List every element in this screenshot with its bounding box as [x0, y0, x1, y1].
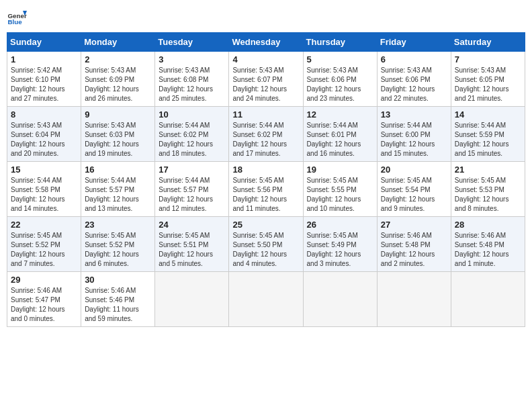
cell-info: Sunrise: 5:43 AM Sunset: 6:06 PM Dayligh…	[307, 66, 373, 103]
cell-info: Sunrise: 5:45 AM Sunset: 5:50 PM Dayligh…	[232, 231, 299, 269]
cell-info: Sunrise: 5:45 AM Sunset: 5:49 PM Dayligh…	[307, 231, 373, 269]
cell-info: Sunrise: 5:45 AM Sunset: 5:51 PM Dayligh…	[159, 231, 225, 269]
week-row-5: 29Sunrise: 5:46 AM Sunset: 5:47 PM Dayli…	[7, 272, 525, 327]
calendar-cell: 27Sunrise: 5:46 AM Sunset: 5:48 PM Dayli…	[377, 217, 451, 272]
calendar-cell: 29Sunrise: 5:46 AM Sunset: 5:47 PM Dayli…	[7, 272, 81, 327]
logo: General Blue	[7, 7, 27, 27]
day-number: 4	[232, 54, 299, 64]
calendar-cell: 14Sunrise: 5:44 AM Sunset: 5:59 PM Dayli…	[451, 107, 525, 162]
calendar-cell: 3Sunrise: 5:43 AM Sunset: 6:08 PM Daylig…	[155, 52, 229, 107]
col-header-monday: Monday	[81, 33, 155, 52]
day-number: 18	[232, 165, 299, 175]
day-number: 10	[159, 109, 225, 120]
day-number: 29	[11, 275, 77, 285]
col-header-tuesday: Tuesday	[155, 33, 229, 52]
calendar-cell	[229, 272, 303, 327]
calendar-cell: 25Sunrise: 5:45 AM Sunset: 5:50 PM Dayli…	[229, 217, 303, 272]
col-header-thursday: Thursday	[303, 33, 377, 52]
day-number: 9	[85, 109, 151, 120]
day-number: 1	[11, 54, 77, 64]
week-row-4: 22Sunrise: 5:45 AM Sunset: 5:52 PM Dayli…	[7, 217, 525, 272]
day-number: 17	[159, 165, 225, 175]
col-header-sunday: Sunday	[7, 33, 81, 52]
day-number: 30	[85, 275, 151, 285]
calendar-cell: 20Sunrise: 5:45 AM Sunset: 5:54 PM Dayli…	[377, 162, 451, 217]
cell-info: Sunrise: 5:44 AM Sunset: 6:02 PM Dayligh…	[159, 121, 225, 158]
calendar-cell: 19Sunrise: 5:45 AM Sunset: 5:55 PM Dayli…	[303, 162, 377, 217]
day-number: 8	[11, 109, 77, 120]
cell-info: Sunrise: 5:46 AM Sunset: 5:48 PM Dayligh…	[381, 231, 447, 269]
header: General Blue	[7, 7, 525, 27]
day-number: 12	[307, 109, 373, 120]
calendar-cell: 26Sunrise: 5:45 AM Sunset: 5:49 PM Dayli…	[303, 217, 377, 272]
calendar-cell	[303, 272, 377, 327]
col-header-saturday: Saturday	[451, 33, 525, 52]
calendar-cell: 4Sunrise: 5:43 AM Sunset: 6:07 PM Daylig…	[229, 52, 303, 107]
day-number: 25	[232, 220, 299, 230]
day-number: 26	[307, 220, 373, 230]
calendar-cell: 15Sunrise: 5:44 AM Sunset: 5:58 PM Dayli…	[7, 162, 81, 217]
calendar-cell	[377, 272, 451, 327]
calendar-cell: 7Sunrise: 5:43 AM Sunset: 6:05 PM Daylig…	[451, 52, 525, 107]
calendar-cell: 9Sunrise: 5:43 AM Sunset: 6:03 PM Daylig…	[81, 107, 155, 162]
day-number: 24	[159, 220, 225, 230]
day-number: 5	[307, 54, 373, 64]
cell-info: Sunrise: 5:45 AM Sunset: 5:55 PM Dayligh…	[307, 176, 373, 214]
cell-info: Sunrise: 5:46 AM Sunset: 5:47 PM Dayligh…	[11, 286, 77, 324]
calendar-cell: 2Sunrise: 5:43 AM Sunset: 6:09 PM Daylig…	[81, 52, 155, 107]
day-number: 13	[381, 109, 447, 120]
day-number: 7	[455, 54, 521, 64]
calendar-cell: 8Sunrise: 5:43 AM Sunset: 6:04 PM Daylig…	[7, 107, 81, 162]
cell-info: Sunrise: 5:43 AM Sunset: 6:03 PM Dayligh…	[85, 121, 151, 158]
week-row-1: 1Sunrise: 5:42 AM Sunset: 6:10 PM Daylig…	[7, 52, 525, 107]
day-number: 15	[11, 165, 77, 175]
col-header-friday: Friday	[377, 33, 451, 52]
cell-info: Sunrise: 5:45 AM Sunset: 5:52 PM Dayligh…	[11, 231, 77, 269]
cell-info: Sunrise: 5:43 AM Sunset: 6:07 PM Dayligh…	[232, 66, 299, 103]
week-row-2: 8Sunrise: 5:43 AM Sunset: 6:04 PM Daylig…	[7, 107, 525, 162]
calendar-cell: 10Sunrise: 5:44 AM Sunset: 6:02 PM Dayli…	[155, 107, 229, 162]
calendar-cell: 24Sunrise: 5:45 AM Sunset: 5:51 PM Dayli…	[155, 217, 229, 272]
calendar-cell: 21Sunrise: 5:45 AM Sunset: 5:53 PM Dayli…	[451, 162, 525, 217]
calendar-cell: 18Sunrise: 5:45 AM Sunset: 5:56 PM Dayli…	[229, 162, 303, 217]
day-number: 27	[381, 220, 447, 230]
logo-icon: General Blue	[7, 7, 27, 27]
day-number: 2	[85, 54, 151, 64]
calendar-cell: 16Sunrise: 5:44 AM Sunset: 5:57 PM Dayli…	[81, 162, 155, 217]
calendar-cell: 13Sunrise: 5:44 AM Sunset: 6:00 PM Dayli…	[377, 107, 451, 162]
cell-info: Sunrise: 5:45 AM Sunset: 5:56 PM Dayligh…	[232, 176, 299, 214]
cell-info: Sunrise: 5:43 AM Sunset: 6:06 PM Dayligh…	[381, 66, 447, 103]
cell-info: Sunrise: 5:42 AM Sunset: 6:10 PM Dayligh…	[11, 66, 77, 103]
calendar-cell: 12Sunrise: 5:44 AM Sunset: 6:01 PM Dayli…	[303, 107, 377, 162]
day-number: 28	[455, 220, 521, 230]
calendar-cell: 1Sunrise: 5:42 AM Sunset: 6:10 PM Daylig…	[7, 52, 81, 107]
day-number: 3	[159, 54, 225, 64]
cell-info: Sunrise: 5:44 AM Sunset: 6:01 PM Dayligh…	[307, 121, 373, 158]
cell-info: Sunrise: 5:44 AM Sunset: 6:00 PM Dayligh…	[381, 121, 447, 158]
column-headers: SundayMondayTuesdayWednesdayThursdayFrid…	[7, 33, 525, 52]
calendar-cell: 22Sunrise: 5:45 AM Sunset: 5:52 PM Dayli…	[7, 217, 81, 272]
day-number: 21	[455, 165, 521, 175]
cell-info: Sunrise: 5:44 AM Sunset: 6:02 PM Dayligh…	[232, 121, 299, 158]
calendar-table: SundayMondayTuesdayWednesdayThursdayFrid…	[7, 32, 525, 327]
day-number: 16	[85, 165, 151, 175]
calendar-cell: 5Sunrise: 5:43 AM Sunset: 6:06 PM Daylig…	[303, 52, 377, 107]
cell-info: Sunrise: 5:45 AM Sunset: 5:53 PM Dayligh…	[455, 176, 521, 214]
cell-info: Sunrise: 5:44 AM Sunset: 5:58 PM Dayligh…	[11, 176, 77, 214]
cell-info: Sunrise: 5:44 AM Sunset: 5:57 PM Dayligh…	[85, 176, 151, 214]
calendar-cell: 23Sunrise: 5:45 AM Sunset: 5:52 PM Dayli…	[81, 217, 155, 272]
day-number: 14	[455, 109, 521, 120]
calendar-cell: 30Sunrise: 5:46 AM Sunset: 5:46 PM Dayli…	[81, 272, 155, 327]
day-number: 19	[307, 165, 373, 175]
calendar-cell: 17Sunrise: 5:44 AM Sunset: 5:57 PM Dayli…	[155, 162, 229, 217]
svg-text:Blue: Blue	[8, 18, 23, 26]
cell-info: Sunrise: 5:45 AM Sunset: 5:52 PM Dayligh…	[85, 231, 151, 269]
cell-info: Sunrise: 5:45 AM Sunset: 5:54 PM Dayligh…	[381, 176, 447, 214]
col-header-wednesday: Wednesday	[229, 33, 303, 52]
calendar-cell: 6Sunrise: 5:43 AM Sunset: 6:06 PM Daylig…	[377, 52, 451, 107]
day-number: 22	[11, 220, 77, 230]
cell-info: Sunrise: 5:44 AM Sunset: 5:57 PM Dayligh…	[159, 176, 225, 214]
calendar-cell	[451, 272, 525, 327]
calendar-cell: 28Sunrise: 5:46 AM Sunset: 5:48 PM Dayli…	[451, 217, 525, 272]
day-number: 20	[381, 165, 447, 175]
